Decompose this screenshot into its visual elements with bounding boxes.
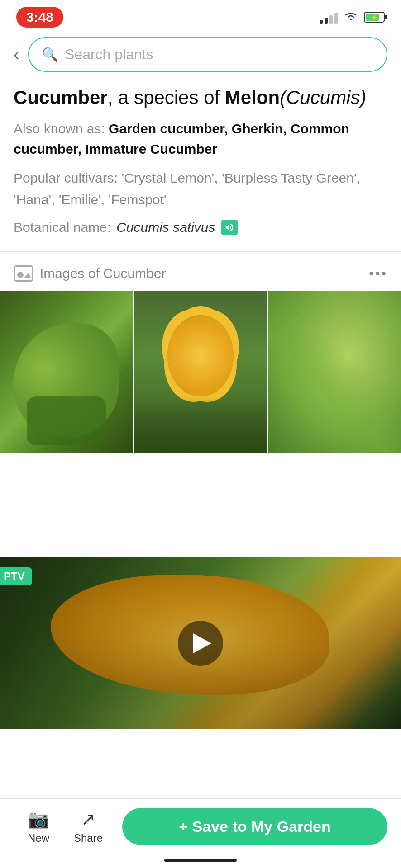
camera-icon: 📷 [28,809,49,829]
video-section[interactable]: PTV [0,557,401,729]
share-label: Share [74,832,103,844]
images-header: Images of Cucumber ••• [14,265,387,282]
more-button[interactable]: ••• [369,266,387,281]
plant-image-3[interactable] [268,291,401,453]
new-label: New [28,832,49,844]
home-indicator [164,859,237,862]
share-button[interactable]: ↗ Share [63,809,113,844]
section-divider [0,251,401,252]
species-prefix: , a species of [108,87,225,108]
genus-scientific: (Cucumis) [280,87,366,108]
cultivars-prefix: Popular cultivars: [14,170,121,185]
search-bar[interactable]: 🔍 Search plants [28,37,387,72]
status-bar: 3:48 ⚡ [0,0,401,33]
botanical-name: Cucumis sativus [116,220,215,235]
plant-title: Cucumber, a species of Melon(Cucumis) [14,85,387,110]
status-time: 3:48 [16,7,63,28]
ptv-badge: PTV [0,567,32,585]
play-button[interactable] [178,621,223,666]
also-known-section: Also known as: Garden cucumber, Gherkin,… [14,118,387,159]
cultivars-section: Popular cultivars: 'Crystal Lemon', 'Bur… [14,167,387,211]
new-button[interactable]: 📷 New [14,809,63,844]
bottom-bar: 📷 New ↗ Share + Save to My Garden [0,798,401,868]
play-icon [193,633,211,653]
audio-button[interactable] [221,220,238,235]
signal-icon [320,11,338,24]
plant-common-name: Cucumber [14,87,108,108]
also-known-prefix: Also known as: [14,121,109,136]
save-to-garden-button[interactable]: + Save to My Garden [122,808,387,845]
save-label: + Save to My Garden [179,818,330,835]
images-title: Images of Cucumber [40,266,166,281]
botanical-section: Botanical name: Cucumis sativus [14,220,387,235]
images-icon [14,265,33,282]
genus-name: Melon [225,87,280,108]
search-icon: 🔍 [42,47,58,62]
images-label: Images of Cucumber [14,265,166,282]
plant-image-1[interactable] [0,291,133,453]
wifi-icon [344,11,358,24]
botanical-prefix: Botanical name: [14,220,111,235]
search-input[interactable]: Search plants [65,46,153,63]
plant-image-2[interactable] [134,291,267,453]
plant-content: Cucumber, a species of Melon(Cucumis) Al… [0,81,401,544]
battery-icon: ⚡ [364,12,385,23]
share-icon: ↗ [81,809,95,829]
status-icons: ⚡ [320,11,385,24]
back-button[interactable]: ‹ [14,47,19,63]
image-grid [0,291,401,453]
search-container: ‹ 🔍 Search plants [0,33,401,81]
